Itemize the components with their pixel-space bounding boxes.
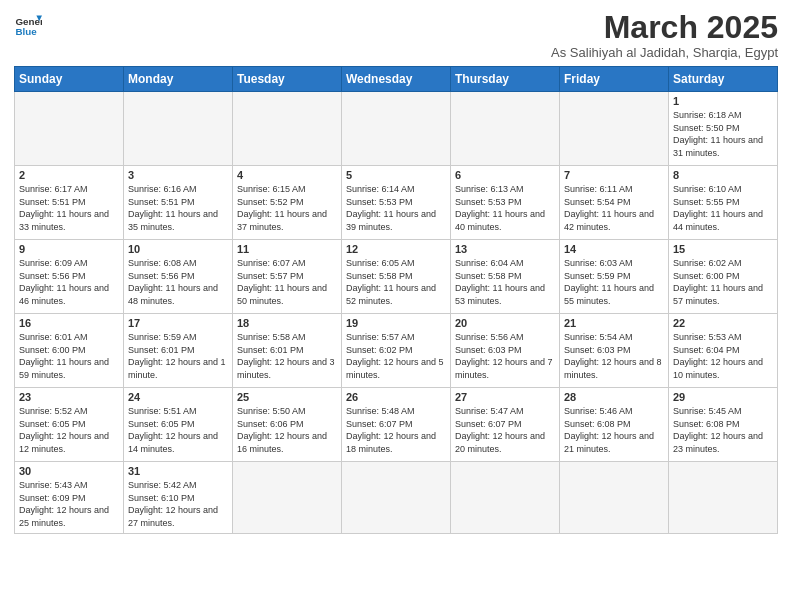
table-row: 21Sunrise: 5:54 AM Sunset: 6:03 PM Dayli… <box>560 314 669 388</box>
header-tuesday: Tuesday <box>233 67 342 92</box>
table-row: 18Sunrise: 5:58 AM Sunset: 6:01 PM Dayli… <box>233 314 342 388</box>
header-thursday: Thursday <box>451 67 560 92</box>
table-row: 19Sunrise: 5:57 AM Sunset: 6:02 PM Dayli… <box>342 314 451 388</box>
table-row: 10Sunrise: 6:08 AM Sunset: 5:56 PM Dayli… <box>124 240 233 314</box>
month-title: March 2025 <box>551 10 778 45</box>
table-row <box>233 92 342 166</box>
header-sunday: Sunday <box>15 67 124 92</box>
location: As Salihiyah al Jadidah, Sharqia, Egypt <box>551 45 778 60</box>
header-wednesday: Wednesday <box>342 67 451 92</box>
header-friday: Friday <box>560 67 669 92</box>
page-header: General Blue March 2025 As Salihiyah al … <box>14 10 778 60</box>
table-row: 31Sunrise: 5:42 AM Sunset: 6:10 PM Dayli… <box>124 462 233 533</box>
table-row: 20Sunrise: 5:56 AM Sunset: 6:03 PM Dayli… <box>451 314 560 388</box>
table-row: 29Sunrise: 5:45 AM Sunset: 6:08 PM Dayli… <box>669 388 778 462</box>
table-row: 1Sunrise: 6:18 AM Sunset: 5:50 PM Daylig… <box>669 92 778 166</box>
table-row: 2Sunrise: 6:17 AM Sunset: 5:51 PM Daylig… <box>15 166 124 240</box>
table-row: 23Sunrise: 5:52 AM Sunset: 6:05 PM Dayli… <box>15 388 124 462</box>
table-row: 30Sunrise: 5:43 AM Sunset: 6:09 PM Dayli… <box>15 462 124 533</box>
table-row: 26Sunrise: 5:48 AM Sunset: 6:07 PM Dayli… <box>342 388 451 462</box>
table-row: 15Sunrise: 6:02 AM Sunset: 6:00 PM Dayli… <box>669 240 778 314</box>
weekday-header-row: Sunday Monday Tuesday Wednesday Thursday… <box>15 67 778 92</box>
table-row: 9Sunrise: 6:09 AM Sunset: 5:56 PM Daylig… <box>15 240 124 314</box>
table-row: 16Sunrise: 6:01 AM Sunset: 6:00 PM Dayli… <box>15 314 124 388</box>
table-row <box>560 462 669 533</box>
table-row: 13Sunrise: 6:04 AM Sunset: 5:58 PM Dayli… <box>451 240 560 314</box>
table-row <box>342 462 451 533</box>
table-row <box>342 92 451 166</box>
table-row: 14Sunrise: 6:03 AM Sunset: 5:59 PM Dayli… <box>560 240 669 314</box>
table-row: 7Sunrise: 6:11 AM Sunset: 5:54 PM Daylig… <box>560 166 669 240</box>
table-row: 11Sunrise: 6:07 AM Sunset: 5:57 PM Dayli… <box>233 240 342 314</box>
svg-text:Blue: Blue <box>15 26 37 37</box>
calendar: Sunday Monday Tuesday Wednesday Thursday… <box>14 66 778 533</box>
table-row <box>15 92 124 166</box>
table-row <box>451 462 560 533</box>
title-block: March 2025 As Salihiyah al Jadidah, Shar… <box>551 10 778 60</box>
table-row: 25Sunrise: 5:50 AM Sunset: 6:06 PM Dayli… <box>233 388 342 462</box>
table-row: 22Sunrise: 5:53 AM Sunset: 6:04 PM Dayli… <box>669 314 778 388</box>
table-row <box>124 92 233 166</box>
table-row: 28Sunrise: 5:46 AM Sunset: 6:08 PM Dayli… <box>560 388 669 462</box>
table-row: 3Sunrise: 6:16 AM Sunset: 5:51 PM Daylig… <box>124 166 233 240</box>
table-row: 12Sunrise: 6:05 AM Sunset: 5:58 PM Dayli… <box>342 240 451 314</box>
table-row: 27Sunrise: 5:47 AM Sunset: 6:07 PM Dayli… <box>451 388 560 462</box>
table-row: 8Sunrise: 6:10 AM Sunset: 5:55 PM Daylig… <box>669 166 778 240</box>
table-row <box>451 92 560 166</box>
table-row: 4Sunrise: 6:15 AM Sunset: 5:52 PM Daylig… <box>233 166 342 240</box>
logo-icon: General Blue <box>14 10 42 38</box>
table-row <box>669 462 778 533</box>
table-row <box>233 462 342 533</box>
header-monday: Monday <box>124 67 233 92</box>
table-row: 24Sunrise: 5:51 AM Sunset: 6:05 PM Dayli… <box>124 388 233 462</box>
table-row: 17Sunrise: 5:59 AM Sunset: 6:01 PM Dayli… <box>124 314 233 388</box>
header-saturday: Saturday <box>669 67 778 92</box>
logo: General Blue <box>14 10 42 38</box>
table-row: 5Sunrise: 6:14 AM Sunset: 5:53 PM Daylig… <box>342 166 451 240</box>
table-row <box>560 92 669 166</box>
table-row: 6Sunrise: 6:13 AM Sunset: 5:53 PM Daylig… <box>451 166 560 240</box>
